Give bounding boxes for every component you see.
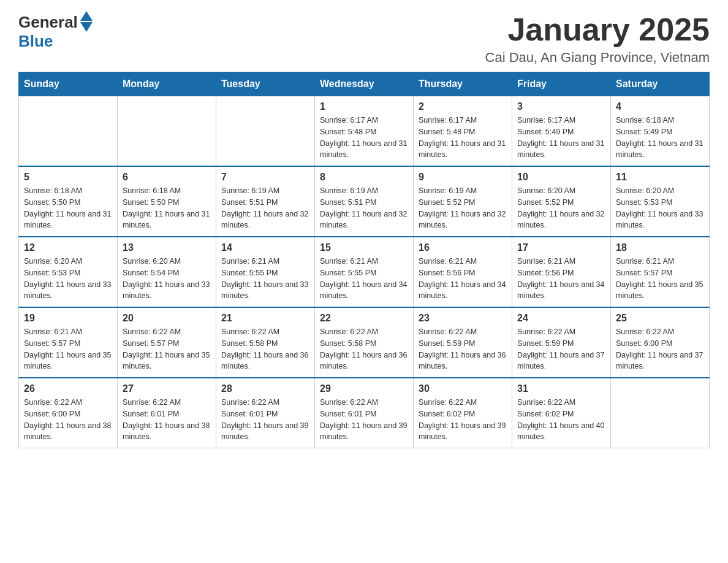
logo: General Blue: [18, 12, 93, 51]
column-header-thursday: Thursday: [414, 72, 512, 96]
day-info: Sunrise: 6:21 AM Sunset: 5:55 PM Dayligh…: [320, 256, 408, 302]
day-info: Sunrise: 6:22 AM Sunset: 6:01 PM Dayligh…: [123, 397, 211, 443]
day-number: 20: [123, 313, 211, 324]
day-info: Sunrise: 6:18 AM Sunset: 5:50 PM Dayligh…: [123, 185, 211, 231]
day-info: Sunrise: 6:21 AM Sunset: 5:57 PM Dayligh…: [24, 326, 112, 372]
calendar-day-cell: [118, 96, 216, 167]
calendar-day-cell: 31Sunrise: 6:22 AM Sunset: 6:02 PM Dayli…: [512, 378, 611, 448]
calendar-week-row: 1Sunrise: 6:17 AM Sunset: 5:48 PM Daylig…: [19, 96, 710, 167]
calendar-day-cell: 15Sunrise: 6:21 AM Sunset: 5:55 PM Dayli…: [315, 237, 414, 307]
calendar-day-cell: [19, 96, 118, 167]
day-number: 18: [616, 242, 704, 253]
day-number: 23: [419, 313, 507, 324]
calendar-day-cell: 26Sunrise: 6:22 AM Sunset: 6:00 PM Dayli…: [19, 378, 118, 448]
calendar-day-cell: 19Sunrise: 6:21 AM Sunset: 5:57 PM Dayli…: [19, 307, 118, 378]
day-number: 24: [517, 313, 605, 324]
day-info: Sunrise: 6:21 AM Sunset: 5:56 PM Dayligh…: [517, 256, 605, 302]
calendar-week-row: 12Sunrise: 6:20 AM Sunset: 5:53 PM Dayli…: [19, 237, 710, 307]
day-number: 8: [320, 172, 408, 183]
page-header: General Blue January 2025 Cai Dau, An Gi…: [18, 12, 710, 66]
day-info: Sunrise: 6:19 AM Sunset: 5:51 PM Dayligh…: [320, 185, 408, 231]
day-info: Sunrise: 6:17 AM Sunset: 5:48 PM Dayligh…: [320, 115, 408, 161]
day-info: Sunrise: 6:18 AM Sunset: 5:49 PM Dayligh…: [616, 115, 704, 161]
calendar-day-cell: 29Sunrise: 6:22 AM Sunset: 6:01 PM Dayli…: [315, 378, 414, 448]
day-number: 14: [221, 242, 309, 253]
day-number: 19: [24, 313, 112, 324]
day-number: 13: [123, 242, 211, 253]
logo-general-text: General: [18, 13, 78, 32]
day-number: 11: [616, 172, 704, 183]
calendar-day-cell: 2Sunrise: 6:17 AM Sunset: 5:48 PM Daylig…: [414, 96, 512, 167]
calendar-day-cell: 12Sunrise: 6:20 AM Sunset: 5:53 PM Dayli…: [19, 237, 118, 307]
day-number: 25: [616, 313, 704, 324]
calendar-header-row: SundayMondayTuesdayWednesdayThursdayFrid…: [19, 72, 710, 96]
day-info: Sunrise: 6:21 AM Sunset: 5:55 PM Dayligh…: [221, 256, 309, 302]
day-info: Sunrise: 6:22 AM Sunset: 6:02 PM Dayligh…: [419, 397, 507, 443]
day-info: Sunrise: 6:20 AM Sunset: 5:53 PM Dayligh…: [616, 185, 704, 231]
day-number: 21: [221, 313, 309, 324]
day-number: 16: [419, 242, 507, 253]
calendar-table: SundayMondayTuesdayWednesdayThursdayFrid…: [18, 72, 710, 448]
calendar-day-cell: 1Sunrise: 6:17 AM Sunset: 5:48 PM Daylig…: [315, 96, 414, 167]
day-number: 29: [320, 383, 408, 394]
day-info: Sunrise: 6:20 AM Sunset: 5:52 PM Dayligh…: [517, 185, 605, 231]
calendar-day-cell: 3Sunrise: 6:17 AM Sunset: 5:49 PM Daylig…: [512, 96, 611, 167]
page-subtitle: Cai Dau, An Giang Province, Vietnam: [485, 50, 710, 66]
day-number: 10: [517, 172, 605, 183]
day-number: 31: [517, 383, 605, 394]
column-header-sunday: Sunday: [19, 72, 118, 96]
calendar-day-cell: 13Sunrise: 6:20 AM Sunset: 5:54 PM Dayli…: [118, 237, 216, 307]
calendar-day-cell: 10Sunrise: 6:20 AM Sunset: 5:52 PM Dayli…: [512, 166, 611, 237]
day-info: Sunrise: 6:22 AM Sunset: 5:59 PM Dayligh…: [517, 326, 605, 372]
day-info: Sunrise: 6:17 AM Sunset: 5:49 PM Dayligh…: [517, 115, 605, 161]
day-number: 4: [616, 101, 704, 112]
calendar-day-cell: 11Sunrise: 6:20 AM Sunset: 5:53 PM Dayli…: [611, 166, 710, 237]
column-header-monday: Monday: [118, 72, 216, 96]
column-header-friday: Friday: [512, 72, 611, 96]
day-info: Sunrise: 6:22 AM Sunset: 6:02 PM Dayligh…: [517, 397, 605, 443]
day-info: Sunrise: 6:19 AM Sunset: 5:51 PM Dayligh…: [221, 185, 309, 231]
column-header-tuesday: Tuesday: [216, 72, 315, 96]
calendar-day-cell: [611, 378, 710, 448]
calendar-day-cell: 23Sunrise: 6:22 AM Sunset: 5:59 PM Dayli…: [414, 307, 512, 378]
calendar-day-cell: 25Sunrise: 6:22 AM Sunset: 6:00 PM Dayli…: [611, 307, 710, 378]
day-info: Sunrise: 6:21 AM Sunset: 5:56 PM Dayligh…: [419, 256, 507, 302]
day-info: Sunrise: 6:22 AM Sunset: 5:58 PM Dayligh…: [320, 326, 408, 372]
day-info: Sunrise: 6:17 AM Sunset: 5:48 PM Dayligh…: [419, 115, 507, 161]
day-info: Sunrise: 6:22 AM Sunset: 6:00 PM Dayligh…: [616, 326, 704, 372]
day-number: 30: [419, 383, 507, 394]
calendar-week-row: 19Sunrise: 6:21 AM Sunset: 5:57 PM Dayli…: [19, 307, 710, 378]
calendar-day-cell: 28Sunrise: 6:22 AM Sunset: 6:01 PM Dayli…: [216, 378, 315, 448]
day-number: 22: [320, 313, 408, 324]
day-number: 9: [419, 172, 507, 183]
calendar-day-cell: 18Sunrise: 6:21 AM Sunset: 5:57 PM Dayli…: [611, 237, 710, 307]
calendar-day-cell: 14Sunrise: 6:21 AM Sunset: 5:55 PM Dayli…: [216, 237, 315, 307]
day-number: 2: [419, 101, 507, 112]
day-number: 17: [517, 242, 605, 253]
day-info: Sunrise: 6:22 AM Sunset: 6:00 PM Dayligh…: [24, 397, 112, 443]
calendar-day-cell: [216, 96, 315, 167]
day-number: 6: [123, 172, 211, 183]
calendar-day-cell: 9Sunrise: 6:19 AM Sunset: 5:52 PM Daylig…: [414, 166, 512, 237]
calendar-day-cell: 30Sunrise: 6:22 AM Sunset: 6:02 PM Dayli…: [414, 378, 512, 448]
day-number: 26: [24, 383, 112, 394]
calendar-day-cell: 8Sunrise: 6:19 AM Sunset: 5:51 PM Daylig…: [315, 166, 414, 237]
day-info: Sunrise: 6:22 AM Sunset: 5:58 PM Dayligh…: [221, 326, 309, 372]
calendar-week-row: 26Sunrise: 6:22 AM Sunset: 6:00 PM Dayli…: [19, 378, 710, 448]
calendar-day-cell: 22Sunrise: 6:22 AM Sunset: 5:58 PM Dayli…: [315, 307, 414, 378]
calendar-day-cell: 17Sunrise: 6:21 AM Sunset: 5:56 PM Dayli…: [512, 237, 611, 307]
logo-blue-text: Blue: [18, 32, 53, 51]
day-info: Sunrise: 6:22 AM Sunset: 6:01 PM Dayligh…: [221, 397, 309, 443]
day-info: Sunrise: 6:22 AM Sunset: 5:57 PM Dayligh…: [123, 326, 211, 372]
calendar-day-cell: 6Sunrise: 6:18 AM Sunset: 5:50 PM Daylig…: [118, 166, 216, 237]
day-info: Sunrise: 6:21 AM Sunset: 5:57 PM Dayligh…: [616, 256, 704, 302]
day-number: 12: [24, 242, 112, 253]
column-header-wednesday: Wednesday: [315, 72, 414, 96]
day-info: Sunrise: 6:20 AM Sunset: 5:54 PM Dayligh…: [123, 256, 211, 302]
calendar-week-row: 5Sunrise: 6:18 AM Sunset: 5:50 PM Daylig…: [19, 166, 710, 237]
day-number: 15: [320, 242, 408, 253]
title-area: January 2025 Cai Dau, An Giang Province,…: [485, 12, 710, 66]
day-number: 28: [221, 383, 309, 394]
day-number: 7: [221, 172, 309, 183]
calendar-day-cell: 24Sunrise: 6:22 AM Sunset: 5:59 PM Dayli…: [512, 307, 611, 378]
